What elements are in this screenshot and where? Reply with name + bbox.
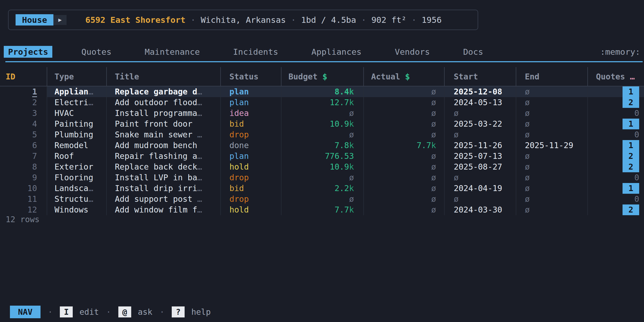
cell-actual[interactable]: 7.7k [364,140,445,151]
cell-budget[interactable]: 7.8k [281,140,364,151]
cell-start[interactable]: 2024-05-13 [445,97,516,108]
cell-type[interactable]: Plumbing [47,129,107,140]
cell-status[interactable]: drop [221,129,281,140]
tab-maintenance[interactable]: Maintenance [140,46,204,58]
cell-budget[interactable]: 8.4k [281,86,364,97]
cell-start[interactable]: 2025-07-13 [445,151,516,162]
cell-title[interactable]: Add outdoor flood… [107,97,221,108]
cell-title[interactable]: Add window film f… [107,204,221,215]
cell-id[interactable]: 4 [0,119,47,129]
cell-quotes[interactable]: 1 [588,86,644,97]
cell-end[interactable]: ø [516,86,588,97]
column-header-actual[interactable]: Actual $ [364,67,445,86]
cell-type[interactable]: Electri… [47,97,107,108]
cell-actual[interactable]: ø [364,172,445,183]
cell-start[interactable]: 2025-08-27 [445,162,516,172]
cell-budget[interactable]: 2.2k [281,183,364,194]
cell-status[interactable]: plan [221,86,281,97]
tab-projects[interactable]: Projects [4,46,52,58]
cell-budget[interactable]: 12.7k [281,97,364,108]
cell-status[interactable]: bid [221,183,281,194]
cell-type[interactable]: Remodel [47,140,107,151]
cell-start[interactable]: 2025-12-08 [445,86,516,97]
cell-end[interactable]: 2025-11-29 [516,140,588,151]
cell-start[interactable]: ø [445,129,516,140]
cell-type[interactable]: Structu… [47,194,107,204]
tab-incidents[interactable]: Incidents [229,46,283,58]
cell-quotes[interactable]: 0 [588,129,644,140]
cell-type[interactable]: HVAC [47,108,107,119]
cell-quotes[interactable]: 0 [588,194,644,204]
tab-appliances[interactable]: Appliances [307,46,366,58]
cell-end[interactable]: ø [516,183,588,194]
cell-actual[interactable]: ø [364,194,445,204]
cell-type[interactable]: Applian… [47,86,107,97]
cell-status[interactable]: plan [221,151,281,162]
column-header-start[interactable]: Start [445,67,516,86]
cell-id[interactable]: 1 [0,86,47,97]
cell-title[interactable]: Add support post … [107,194,221,204]
cell-budget[interactable]: ø [281,194,364,204]
cell-title[interactable]: Paint front door [107,119,221,129]
column-header-title[interactable]: Title [107,67,221,86]
cell-budget[interactable]: 10.9k [281,119,364,129]
cell-id[interactable]: 3 [0,108,47,119]
cell-start[interactable]: ø [445,172,516,183]
house-selector[interactable]: House [16,14,53,25]
tab-docs[interactable]: Docs [459,46,488,58]
cell-quotes[interactable]: 2 [588,162,644,172]
cell-actual[interactable]: ø [364,108,445,119]
cell-type[interactable]: Roof [47,151,107,162]
cell-start[interactable]: 2024-03-30 [445,204,516,215]
column-header-budget[interactable]: Budget $ [281,67,364,86]
cell-status[interactable]: bid [221,119,281,129]
cell-actual[interactable]: ø [364,183,445,194]
cell-end[interactable]: ø [516,119,588,129]
cell-title[interactable]: Replace back deck… [107,162,221,172]
cell-title[interactable]: Replace garbage d… [107,86,221,97]
cell-end[interactable]: ø [516,97,588,108]
cell-actual[interactable]: ø [364,129,445,140]
cell-title[interactable]: Snake main sewer … [107,129,221,140]
cell-type[interactable]: Landsca… [47,183,107,194]
cell-type[interactable]: Flooring [47,172,107,183]
cell-status[interactable]: drop [221,172,281,183]
tab-vendors[interactable]: Vendors [390,46,434,58]
cell-budget[interactable]: 10.9k [281,162,364,172]
cell-start[interactable]: 2025-03-22 [445,119,516,129]
cell-start[interactable]: ø [445,108,516,119]
column-header-status[interactable]: Status [221,67,281,86]
cell-actual[interactable]: ø [364,204,445,215]
cell-status[interactable]: hold [221,162,281,172]
cell-end[interactable]: ø [516,204,588,215]
cell-quotes[interactable]: 1 [588,183,644,194]
cell-id[interactable]: 6 [0,140,47,151]
tab-quotes[interactable]: Quotes [77,46,116,58]
cell-end[interactable]: ø [516,151,588,162]
cell-status[interactable]: hold [221,204,281,215]
cell-id[interactable]: 12 [0,204,47,215]
cell-id[interactable]: 2 [0,97,47,108]
cell-id[interactable]: 8 [0,162,47,172]
cell-status[interactable]: drop [221,194,281,204]
expand-arrow-button[interactable]: ▶ [53,15,67,25]
cell-start[interactable]: 2025-11-26 [445,140,516,151]
column-header-type[interactable]: Type [47,67,107,86]
cell-title[interactable]: Install drip irri… [107,183,221,194]
cell-actual[interactable]: ø [364,162,445,172]
cell-status[interactable]: done [221,140,281,151]
column-header-quotes[interactable]: Quotes … [588,67,644,86]
cell-id[interactable]: 7 [0,151,47,162]
cell-type[interactable]: Exterior [47,162,107,172]
cell-start[interactable]: ø [445,194,516,204]
cell-type[interactable]: Windows [47,204,107,215]
cell-budget[interactable]: ø [281,108,364,119]
cell-id[interactable]: 10 [0,183,47,194]
cell-budget[interactable]: ø [281,172,364,183]
column-header-id[interactable]: ID [0,67,47,86]
cell-quotes[interactable]: 0 [588,108,644,119]
cell-id[interactable]: 11 [0,194,47,204]
cell-actual[interactable]: ø [364,151,445,162]
cell-budget[interactable]: 776.53 [281,151,364,162]
cell-quotes[interactable]: 1 [588,140,644,151]
